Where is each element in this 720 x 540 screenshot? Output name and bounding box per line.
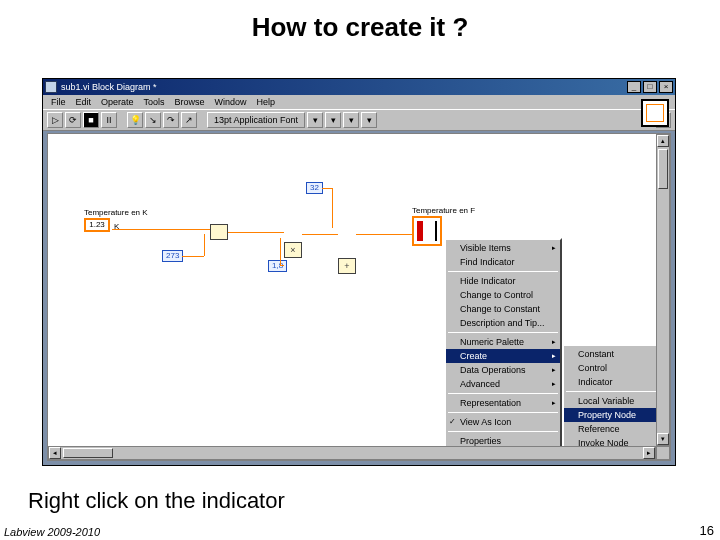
font-selector[interactable]: 13pt Application Font (207, 112, 305, 128)
menu-item[interactable]: Reference (564, 422, 664, 436)
scroll-thumb[interactable] (658, 149, 668, 189)
stop-button[interactable]: ■ (83, 112, 99, 128)
wire (112, 229, 210, 230)
constant-273[interactable]: 273 (162, 250, 183, 262)
run-continuous-button[interactable]: ⟳ (65, 112, 81, 128)
menu-item[interactable]: Hide Indicator (446, 274, 560, 288)
menu-file[interactable]: File (47, 96, 70, 108)
scroll-thumb[interactable] (63, 448, 113, 458)
menu-separator (448, 271, 558, 272)
menu-item[interactable]: Numeric Palette▸ (446, 335, 560, 349)
step-over-button[interactable]: ↷ (163, 112, 179, 128)
menu-item[interactable]: Constant (564, 347, 664, 361)
menu-operate[interactable]: Operate (97, 96, 138, 108)
indicator-label: Temperature en F (412, 206, 475, 216)
menu-help[interactable]: Help (253, 96, 280, 108)
page-number: 16 (700, 523, 714, 538)
control-terminal: 1.23 (84, 218, 110, 232)
labview-window: sub1.vi Block Diagram * _ □ × File Edit … (42, 78, 676, 466)
menu-item[interactable]: Description and Tip... (446, 316, 560, 330)
horizontal-scrollbar[interactable]: ◂ ▸ (48, 446, 656, 460)
wire (302, 234, 338, 235)
wire (182, 256, 204, 257)
wire (280, 265, 284, 266)
menu-item[interactable]: Advanced▸ (446, 377, 560, 391)
toolbar: ▷ ⟳ ■ II 💡 ↘ ↷ ↗ 13pt Application Font ▾… (43, 109, 675, 131)
menu-browse[interactable]: Browse (171, 96, 209, 108)
submenu-arrow-icon: ▸ (552, 336, 556, 348)
subtract-node[interactable] (210, 224, 228, 240)
submenu-arrow-icon: ▸ (552, 378, 556, 390)
distribute-button[interactable]: ▾ (325, 112, 341, 128)
unit-label: K (114, 222, 119, 232)
wire (322, 188, 332, 189)
window-titlebar[interactable]: sub1.vi Block Diagram * _ □ × (43, 79, 675, 95)
submenu-arrow-icon: ▸ (552, 242, 556, 254)
scroll-right-button[interactable]: ▸ (643, 447, 655, 459)
submenu-arrow-icon: ▸ (552, 397, 556, 409)
menu-tools[interactable]: Tools (140, 96, 169, 108)
wire (204, 234, 205, 256)
control-value: 1.23 (89, 220, 105, 230)
footer-left: Labview 2009-2010 (4, 526, 100, 538)
menu-item[interactable]: Indicator (564, 375, 664, 389)
step-into-button[interactable]: ↘ (145, 112, 161, 128)
check-icon: ✓ (449, 416, 456, 428)
wire (332, 188, 333, 228)
scroll-up-button[interactable]: ▴ (657, 135, 669, 147)
menu-item[interactable]: Change to Control (446, 288, 560, 302)
block-diagram-canvas[interactable]: Temperature en K 1.23 K 273 32 1,8 × + T… (47, 133, 671, 461)
menu-item[interactable]: Data Operations▸ (446, 363, 560, 377)
align-button[interactable]: ▾ (307, 112, 323, 128)
constant-1-8[interactable]: 1,8 (268, 260, 287, 272)
pause-button[interactable]: II (101, 112, 117, 128)
constant-value: 273 (162, 250, 183, 262)
vi-icon[interactable] (641, 99, 669, 127)
slide-title: How to create it ? (0, 12, 720, 43)
menu-item[interactable]: Find Indicator (446, 255, 560, 269)
constant-32[interactable]: 32 (306, 182, 323, 194)
submenu-arrow-icon: ▸ (552, 350, 556, 362)
menu-item[interactable]: Create▸ (446, 349, 560, 363)
scroll-left-button[interactable]: ◂ (49, 447, 61, 459)
vertical-scrollbar[interactable]: ▴ ▾ (656, 134, 670, 446)
add-node[interactable]: + (338, 258, 356, 274)
instruction-text: Right click on the indicator (28, 488, 285, 514)
resize-button[interactable]: ▾ (343, 112, 359, 128)
menu-item[interactable]: Control (564, 361, 664, 375)
menu-item[interactable]: Change to Constant (446, 302, 560, 316)
app-icon (45, 81, 57, 93)
submenu-arrow-icon: ▸ (552, 364, 556, 376)
constant-value: 32 (306, 182, 323, 194)
menu-window[interactable]: Window (211, 96, 251, 108)
menu-item[interactable]: Local Variable (564, 394, 664, 408)
menu-item[interactable]: Representation▸ (446, 396, 560, 410)
menu-separator (448, 412, 558, 413)
reorder-button[interactable]: ▾ (361, 112, 377, 128)
create-submenu[interactable]: ConstantControlIndicatorLocal VariablePr… (562, 344, 666, 453)
wire (280, 238, 281, 265)
menu-separator (448, 393, 558, 394)
menu-bar[interactable]: File Edit Operate Tools Browse Window He… (43, 95, 675, 109)
run-button[interactable]: ▷ (47, 112, 63, 128)
wire (356, 234, 412, 235)
menu-item[interactable]: View As Icon✓ (446, 415, 560, 429)
minimize-button[interactable]: _ (627, 81, 641, 93)
window-title: sub1.vi Block Diagram * (61, 82, 157, 92)
context-menu[interactable]: Visible Items▸Find IndicatorHide Indicat… (444, 238, 562, 451)
constant-value: 1,8 (268, 260, 287, 272)
menu-item[interactable]: Property Node (564, 408, 664, 422)
highlight-exec-button[interactable]: 💡 (127, 112, 143, 128)
indicator-terminal (412, 216, 442, 246)
multiply-node[interactable]: × (284, 242, 302, 258)
step-out-button[interactable]: ↗ (181, 112, 197, 128)
menu-item[interactable]: Visible Items▸ (446, 241, 560, 255)
menu-separator (566, 391, 662, 392)
scroll-down-button[interactable]: ▾ (657, 433, 669, 445)
scroll-corner (656, 446, 670, 460)
menu-edit[interactable]: Edit (72, 96, 96, 108)
menu-separator (448, 431, 558, 432)
maximize-button[interactable]: □ (643, 81, 657, 93)
close-button[interactable]: × (659, 81, 673, 93)
wire (228, 232, 284, 233)
